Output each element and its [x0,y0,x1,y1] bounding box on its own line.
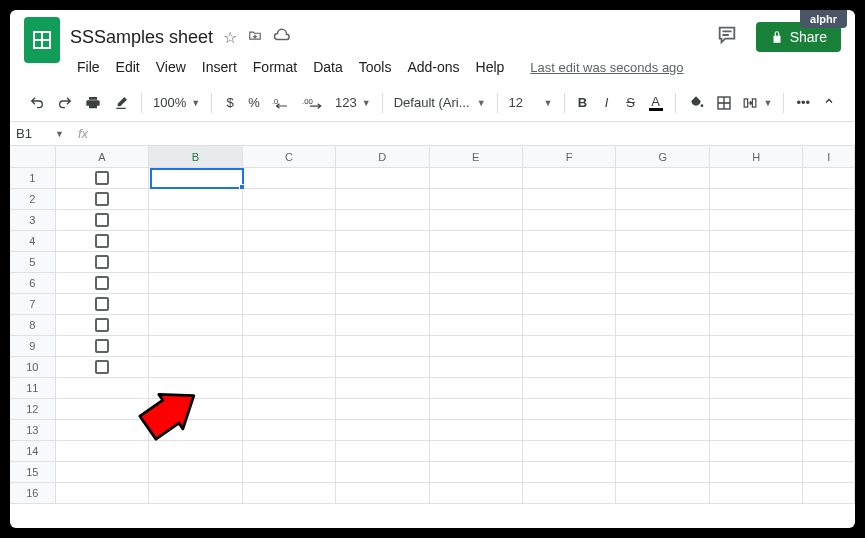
row-header[interactable]: 14 [10,441,56,462]
row-header[interactable]: 2 [10,189,56,210]
cell-F8[interactable] [523,315,616,336]
col-header-D[interactable]: D [336,146,429,167]
cell-F10[interactable] [523,357,616,378]
cell-I14[interactable] [803,441,855,462]
cell-I11[interactable] [803,378,855,399]
cell-G16[interactable] [616,483,709,504]
cell-A15[interactable] [56,462,149,483]
cell-E7[interactable] [430,294,523,315]
cell-G7[interactable] [616,294,709,315]
checkbox[interactable] [95,213,109,227]
cell-I1[interactable] [803,168,855,189]
format-percent-button[interactable]: % [243,90,265,115]
cell-H5[interactable] [710,252,803,273]
print-icon[interactable] [80,90,106,116]
cell-F7[interactable] [523,294,616,315]
strikethrough-button[interactable]: S [620,90,642,115]
last-edit-link[interactable]: Last edit was seconds ago [523,57,690,78]
col-header-B[interactable]: B [149,146,242,167]
menu-data[interactable]: Data [306,56,350,78]
collapse-toolbar-icon[interactable] [817,89,841,116]
formula-input[interactable] [96,122,855,145]
cell-G3[interactable] [616,210,709,231]
cell-A12[interactable] [56,399,149,420]
cell-G2[interactable] [616,189,709,210]
cell-A10[interactable] [56,357,149,378]
cell-F16[interactable] [523,483,616,504]
cell-D13[interactable] [336,420,429,441]
cell-I4[interactable] [803,231,855,252]
cell-H11[interactable] [710,378,803,399]
more-formats-dropdown[interactable]: 123▼ [331,92,375,113]
menu-insert[interactable]: Insert [195,56,244,78]
merge-cells-dropdown[interactable]: ▼ [738,93,776,113]
cell-H9[interactable] [710,336,803,357]
cell-C10[interactable] [243,357,336,378]
row-header[interactable]: 6 [10,273,56,294]
cell-F1[interactable] [523,168,616,189]
cell-A3[interactable] [56,210,149,231]
cell-C11[interactable] [243,378,336,399]
menu-view[interactable]: View [149,56,193,78]
checkbox[interactable] [95,318,109,332]
cell-B4[interactable] [149,231,242,252]
menu-format[interactable]: Format [246,56,304,78]
cell-C13[interactable] [243,420,336,441]
cell-G6[interactable] [616,273,709,294]
cell-B13[interactable] [149,420,242,441]
menu-file[interactable]: File [70,56,107,78]
cell-G12[interactable] [616,399,709,420]
cell-C2[interactable] [243,189,336,210]
cell-E10[interactable] [430,357,523,378]
redo-icon[interactable] [52,90,78,116]
cell-I5[interactable] [803,252,855,273]
italic-button[interactable]: I [596,90,618,115]
cell-E8[interactable] [430,315,523,336]
cell-D9[interactable] [336,336,429,357]
checkbox[interactable] [95,171,109,185]
bold-button[interactable]: B [572,90,594,115]
undo-icon[interactable] [24,90,50,116]
borders-button[interactable] [711,90,737,116]
cell-C4[interactable] [243,231,336,252]
cell-G13[interactable] [616,420,709,441]
cell-D8[interactable] [336,315,429,336]
col-header-H[interactable]: H [710,146,803,167]
cell-I3[interactable] [803,210,855,231]
cell-I15[interactable] [803,462,855,483]
document-title[interactable]: SSSamples sheet [70,27,213,48]
cell-H2[interactable] [710,189,803,210]
decrease-decimal-button[interactable]: .0 [267,91,295,115]
cell-A5[interactable] [56,252,149,273]
paint-format-icon[interactable] [108,90,134,116]
checkbox[interactable] [95,339,109,353]
cell-E11[interactable] [430,378,523,399]
cell-E14[interactable] [430,441,523,462]
cell-C14[interactable] [243,441,336,462]
cell-D1[interactable] [336,168,429,189]
cell-I10[interactable] [803,357,855,378]
cell-B3[interactable] [149,210,242,231]
name-box[interactable]: B1 ▼ [10,126,70,141]
cell-G4[interactable] [616,231,709,252]
cell-D5[interactable] [336,252,429,273]
row-header[interactable]: 11 [10,378,56,399]
checkbox[interactable] [95,276,109,290]
cell-D15[interactable] [336,462,429,483]
row-header[interactable]: 16 [10,483,56,504]
cell-F15[interactable] [523,462,616,483]
col-header-C[interactable]: C [243,146,336,167]
cell-D16[interactable] [336,483,429,504]
cell-B2[interactable] [149,189,242,210]
checkbox[interactable] [95,255,109,269]
cell-I13[interactable] [803,420,855,441]
cell-G11[interactable] [616,378,709,399]
cell-A1[interactable] [56,168,149,189]
cell-C7[interactable] [243,294,336,315]
cell-H8[interactable] [710,315,803,336]
cell-D10[interactable] [336,357,429,378]
cell-B6[interactable] [149,273,242,294]
cell-A13[interactable] [56,420,149,441]
cell-A11[interactable] [56,378,149,399]
cell-G14[interactable] [616,441,709,462]
